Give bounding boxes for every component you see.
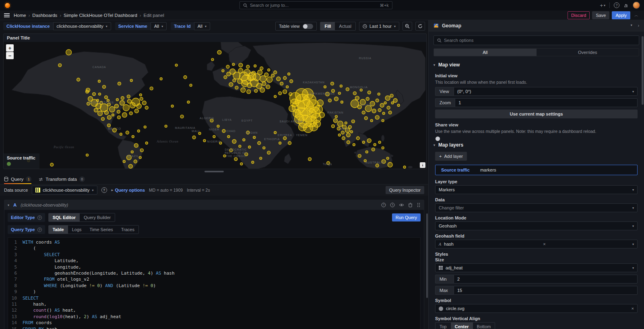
breadcrumb-item[interactable]: Simple ClickHouse OTel Dashboard <box>64 13 137 18</box>
clock-icon <box>363 24 367 29</box>
query-options-toggle[interactable]: ▾ Query options <box>111 188 145 192</box>
option-top[interactable]: Top <box>436 323 451 329</box>
datasource-value: clickhouse-observability <box>43 188 89 192</box>
options-scrollbar[interactable] <box>642 36 644 105</box>
panel-title[interactable]: Panel Title <box>4 34 426 42</box>
option-sql-editor[interactable]: SQL Editor <box>49 213 80 221</box>
option-bottom[interactable]: Bottom <box>473 323 495 329</box>
collapse-options-icon[interactable]: ︿ <box>633 12 640 18</box>
variable-label: Trace Id <box>171 22 194 30</box>
save-button[interactable]: Save <box>592 11 609 19</box>
share-view-label: Share view <box>435 122 638 127</box>
panel-resize-handle[interactable] <box>204 171 224 172</box>
panel-type-chevron-icon[interactable]: ▾ <box>631 23 632 28</box>
user-avatar[interactable] <box>633 2 640 9</box>
option-fill[interactable]: Fill <box>320 22 335 30</box>
option-time-series[interactable]: Time Series <box>86 226 117 234</box>
code-line: 5 Longitude, <box>8 264 420 270</box>
delete-query-trash-icon[interactable] <box>408 203 413 207</box>
collapse-pane-icon[interactable]: › <box>638 23 639 28</box>
editor-type-help-icon[interactable]: ? <box>37 215 42 220</box>
size-field-select[interactable]: adj_heat ▾ <box>435 263 638 272</box>
options-search-placeholder: Search options <box>444 38 473 43</box>
map-zoom-out-button[interactable]: − <box>6 52 14 59</box>
min-input[interactable]: 2 <box>454 275 638 283</box>
use-current-map-settings-button[interactable]: Use current map settings <box>435 110 638 118</box>
tab-transform-data[interactable]: Transform data 0 <box>39 176 85 184</box>
refresh-button[interactable] <box>415 22 425 31</box>
view-select[interactable]: (0°, 0°) ▾ <box>454 87 638 96</box>
table-view-toggle[interactable] <box>303 24 313 29</box>
query-type-help-icon[interactable]: ? <box>37 228 42 232</box>
zoom-input[interactable]: 1 <box>455 98 638 107</box>
apply-button[interactable]: Apply <box>612 11 630 19</box>
layer-type-select[interactable]: Markers ▾ <box>435 185 638 194</box>
menu-icon[interactable] <box>4 13 10 17</box>
option-table[interactable]: Table <box>49 226 68 234</box>
table-view-control: Table view <box>275 22 317 31</box>
datasource-help-icon[interactable]: ? <box>101 187 107 193</box>
tab-query[interactable]: Query 1 <box>4 176 31 184</box>
time-range-label: Last 1 hour <box>369 24 392 29</box>
help-icon[interactable]: ? <box>614 2 619 8</box>
left-scrollbar[interactable] <box>426 213 428 298</box>
query-history-icon[interactable] <box>390 203 395 207</box>
option-center[interactable]: Center <box>451 323 473 329</box>
global-search[interactable]: Search or jump to... ⌘+k <box>239 1 392 9</box>
circle-symbol-icon <box>439 306 443 311</box>
location-mode-select[interactable]: Geohash ▾ <box>435 221 638 230</box>
map-zoom-in-button[interactable]: + <box>6 44 14 52</box>
news-icon[interactable] <box>623 3 629 8</box>
query-inspector-button[interactable]: Query Inspector <box>386 186 424 194</box>
breadcrumb-item[interactable]: Dashboards <box>32 13 57 18</box>
fit-mode-segment: FillActual <box>320 22 355 31</box>
time-range-picker[interactable]: Last 1 hour ▾ <box>359 22 399 31</box>
zoom-out-time-button[interactable] <box>402 22 412 31</box>
max-data-points-text: MD = auto = 1909 <box>149 188 183 192</box>
grafana-logo[interactable] <box>4 2 11 9</box>
datasource-picker[interactable]: clickhouse-observability ▾ <box>32 186 97 195</box>
variable-value-dropdown[interactable]: clickhouse-observability▾ <box>53 22 111 30</box>
variable-clickhouse-instance: ClickHouse instanceclickhouse-observabil… <box>3 22 111 30</box>
query-section-tabs: Query 1 Transform data 0 <box>0 174 428 184</box>
option-query-builder[interactable]: Query Builder <box>80 213 115 221</box>
layer-name: Source traffic <box>441 168 470 172</box>
breadcrumb-item[interactable]: Home <box>14 13 26 18</box>
variable-value-dropdown[interactable]: All▾ <box>194 22 210 30</box>
sql-code-editor[interactable]: 1WITH coords AS2 (3 SELECT4 Latitude,5 L… <box>8 237 421 329</box>
query-header[interactable]: ▾ A (clickhouse-observability) ? <box>4 200 424 210</box>
layer-item-source-traffic[interactable]: Source traffic markers <box>435 165 638 175</box>
transform-count-badge: 0 <box>79 176 85 182</box>
geohash-field-select[interactable]: A hash × ▾ <box>435 240 638 248</box>
option-traces[interactable]: Traces <box>117 226 138 234</box>
symbol-select[interactable]: circle.svg × <box>435 304 638 313</box>
collapse-query-icon[interactable]: ▾ <box>8 203 9 207</box>
hide-query-eye-icon[interactable] <box>399 203 404 207</box>
map-attribution-icon[interactable]: i <box>420 162 425 168</box>
options-pane-header: Geomap ▾ › <box>429 20 644 31</box>
options-search-input[interactable]: Search options <box>433 35 639 45</box>
clear-symbol-icon[interactable]: × <box>632 306 634 311</box>
data-select[interactable]: Change filter ▾ <box>435 203 638 212</box>
discard-button[interactable]: Discard <box>568 11 590 19</box>
clear-icon[interactable]: × <box>543 242 545 246</box>
add-layer-button[interactable]: + Add layer <box>435 152 467 161</box>
new-button[interactable]: +▾ <box>600 2 605 8</box>
section-map-view[interactable]: ▾Map view <box>429 56 644 70</box>
line-number: 8 <box>8 283 23 289</box>
run-query-button[interactable]: Run Query <box>392 213 421 221</box>
option-logs[interactable]: Logs <box>68 226 86 234</box>
options-tab-all[interactable]: All <box>434 49 537 56</box>
max-input[interactable]: 15 <box>454 286 638 295</box>
legend-title: Source traffic <box>7 155 35 160</box>
line-number: 12 <box>8 307 23 313</box>
section-map-layers[interactable]: ▾Map layers <box>429 137 644 150</box>
drag-handle-icon[interactable] <box>417 203 421 207</box>
query-help-icon[interactable]: ? <box>381 203 386 207</box>
size-label: Size <box>435 257 638 262</box>
options-tab-overrides[interactable]: Overrides <box>537 49 639 56</box>
geomap-canvas[interactable]: RUSSIACANADAUNITED STATESMEXICOBRAZILKAZ… <box>4 42 426 169</box>
code-line: 4 Latitude, <box>8 258 420 264</box>
variable-value-dropdown[interactable]: All▾ <box>151 22 167 30</box>
option-actual[interactable]: Actual <box>335 22 355 30</box>
